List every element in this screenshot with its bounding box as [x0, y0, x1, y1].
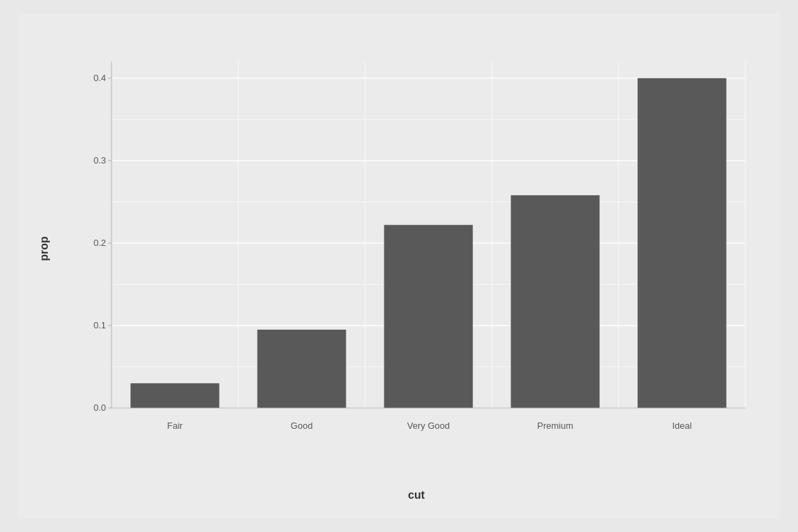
- y-axis-label: prop: [38, 236, 51, 261]
- svg-text:0.1: 0.1: [94, 320, 106, 330]
- svg-rect-33: [257, 330, 346, 408]
- svg-text:0.3: 0.3: [94, 155, 106, 166]
- svg-rect-39: [637, 78, 726, 408]
- svg-text:Very Good: Very Good: [407, 420, 450, 431]
- svg-text:0.4: 0.4: [94, 73, 106, 83]
- x-axis-label: cut: [408, 489, 425, 502]
- svg-text:0.0: 0.0: [94, 402, 106, 413]
- svg-rect-37: [511, 195, 599, 408]
- chart-container: prop cut 0.00.10.20.30.4FairGoodVery Goo…: [18, 13, 780, 519]
- svg-text:Premium: Premium: [537, 420, 573, 431]
- svg-text:Fair: Fair: [167, 420, 183, 431]
- svg-rect-31: [130, 383, 219, 408]
- chart-svg: 0.00.10.20.30.4FairGoodVery GoodPremiumI…: [73, 34, 759, 463]
- svg-rect-35: [384, 225, 472, 408]
- svg-text:Ideal: Ideal: [672, 420, 691, 431]
- chart-area: prop cut 0.00.10.20.30.4FairGoodVery Goo…: [73, 34, 759, 463]
- svg-text:Good: Good: [291, 420, 313, 431]
- svg-text:0.2: 0.2: [94, 238, 106, 248]
